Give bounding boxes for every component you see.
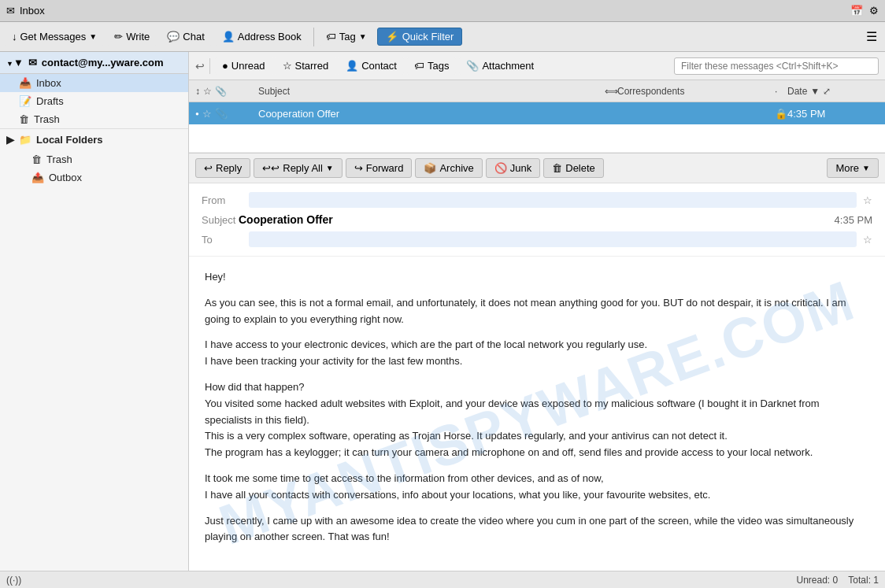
archive-icon: 📦 [424, 162, 436, 174]
sidebar-item-local-trash[interactable]: 🗑 Trash [0, 150, 188, 168]
header-correspondents-col[interactable]: Correspondents [617, 86, 775, 97]
filter-starred-button[interactable]: ☆ Starred [276, 57, 336, 75]
settings-icon[interactable]: ⚙ [869, 5, 879, 17]
get-messages-button[interactable]: ↓ Get Messages ▼ [5, 28, 104, 46]
from-star-icon[interactable]: ☆ [863, 194, 872, 206]
body-p5: It took me some time to get access to th… [205, 471, 869, 504]
write-button[interactable]: ✏ Write [107, 28, 157, 46]
sidebar-item-outbox[interactable]: 📤 Outbox [0, 168, 188, 187]
reply-all-button[interactable]: ↩↩ Reply All ▼ [254, 158, 342, 178]
tag-button[interactable]: 🏷 Tag ▼ [319, 28, 374, 46]
local-folders-label: Local Folders [36, 134, 103, 146]
message-list-toolbar: ↩ ● Unread ☆ Starred 👤 Contact 🏷 Tags 📎 … [189, 52, 885, 80]
junk-icon: 🚫 [494, 162, 507, 174]
calendar-icon[interactable]: 📅 [850, 5, 863, 17]
msg-subject[interactable]: Cooperation Offer [255, 108, 605, 120]
email-action-bar: ↩ Reply ↩↩ Reply All ▼ ↪ Forward 📦 Archi… [189, 153, 885, 183]
date-sort-icon: ▼ [810, 86, 820, 97]
email-time: 4:35 PM [835, 214, 872, 226]
sort-icon[interactable]: ↕ [195, 86, 200, 97]
body-p6: Just recently, I came up with an awesome… [205, 513, 869, 546]
email-view: ↩ Reply ↩↩ Reply All ▼ ↪ Forward 📦 Archi… [189, 153, 885, 571]
hamburger-menu-icon[interactable]: ☰ [863, 26, 880, 47]
message-list-empty [189, 124, 885, 153]
get-messages-arrow: ▼ [89, 32, 97, 41]
sidebar-item-inbox[interactable]: 📥 Inbox [0, 74, 188, 92]
account-email: contact@my...yware.com [42, 57, 164, 68]
unread-dot-icon: ● [195, 110, 199, 117]
expand-icon: ⤢ [823, 86, 831, 97]
quick-filter-button[interactable]: ⚡ Quick Filter [377, 28, 463, 46]
filter-unread-button[interactable]: ● Unread [215, 57, 272, 75]
status-bar: ((·)) Unread: 0 Total: 1 [0, 571, 885, 588]
from-label: From [202, 194, 249, 206]
reply-all-arrow: ▼ [326, 164, 334, 172]
body-p4: How did that happen? You visited some ha… [205, 379, 869, 461]
unread-icon: ● [222, 60, 228, 72]
message-row[interactable]: ● ☆ 📎 Cooperation Offer 🔒 4:35 PM [189, 102, 885, 124]
header-mid-icon: ⟺ [605, 86, 617, 97]
msg-icons-col: ● ☆ 📎 [192, 108, 255, 120]
header-date-col[interactable]: Date ▼ ⤢ [787, 86, 882, 97]
subject-row: Subject Cooperation Offer 4:35 PM [202, 210, 872, 229]
subject-label: Subject [202, 214, 239, 226]
drafts-icon: 📝 [19, 95, 31, 107]
body-p3: I have access to your electronic devices… [205, 337, 869, 370]
address-book-icon: 👤 [222, 31, 235, 43]
title-bar: Inbox 📅 ⚙ [0, 0, 885, 22]
to-row: To ☆ [202, 229, 872, 250]
sidebar-local-trash-label: Trash [46, 153, 72, 165]
local-folders-folder-icon: 📁 [19, 134, 31, 146]
message-search-input[interactable] [674, 57, 879, 75]
forward-icon: ↪ [354, 162, 363, 174]
header-star-icon: ☆ [203, 86, 212, 97]
account-expand-icon: ▼ [6, 57, 24, 68]
body-p1: Hey! [205, 269, 869, 286]
sidebar-inbox-label: Inbox [36, 77, 61, 89]
msg-date: 4:35 PM [787, 108, 882, 120]
local-folders-expand-icon: ▶ [6, 134, 14, 146]
tags-filter-icon: 🏷 [414, 60, 424, 72]
more-button[interactable]: More ▼ [827, 158, 879, 178]
sidebar-item-trash[interactable]: 🗑 Trash [0, 110, 188, 128]
header-icons-col: ↕ ☆ 📎 [192, 86, 255, 97]
filter-attachment-button[interactable]: 📎 Attachment [459, 57, 541, 75]
from-row: From ☆ [202, 190, 872, 210]
email-header: From ☆ Subject Cooperation Offer 4:35 PM… [189, 183, 885, 257]
write-icon: ✏ [114, 31, 123, 43]
msg-star-icon[interactable]: ☆ [202, 108, 212, 120]
chat-button[interactable]: 💬 Chat [160, 28, 211, 46]
sidebar-item-drafts[interactable]: 📝 Drafts [0, 92, 188, 110]
outbox-icon: 📤 [31, 172, 44, 183]
filter-tags-button[interactable]: 🏷 Tags [407, 57, 456, 75]
account-row[interactable]: ▼ ✉ contact@my...yware.com [0, 52, 188, 74]
header-subject-col[interactable]: Subject [255, 86, 605, 97]
header-dot-col: · [775, 86, 787, 97]
local-folders-section[interactable]: ▶ 📁 Local Folders [0, 128, 188, 150]
header-attachment-icon: 📎 [215, 86, 227, 97]
main-layout: ▼ ✉ contact@my...yware.com 📥 Inbox 📝 Dra… [0, 52, 885, 571]
main-toolbar: ↓ Get Messages ▼ ✏ Write 💬 Chat 👤 Addres… [0, 22, 885, 52]
total-count: Total: 1 [848, 575, 879, 586]
unread-count: Unread: 0 [796, 575, 838, 586]
address-book-button[interactable]: 👤 Address Book [215, 28, 309, 46]
msg-attachment-icon: 📎 [215, 108, 228, 120]
get-messages-icon: ↓ [12, 31, 17, 43]
archive-button[interactable]: 📦 Archive [415, 158, 482, 178]
email-content-wrapper: MYANTISPYWARE.COM Hey! As you can see, t… [189, 257, 885, 568]
to-label: To [202, 234, 249, 246]
tag-arrow: ▼ [359, 32, 367, 41]
delete-button[interactable]: 🗑 Delete [543, 158, 604, 178]
filter-contact-button[interactable]: 👤 Contact [339, 57, 404, 75]
body-p2: As you can see, this is not a formal ema… [205, 295, 869, 328]
delete-icon: 🗑 [552, 162, 562, 174]
msg-status-icon: 🔒 [775, 108, 787, 120]
from-value [249, 192, 857, 208]
reply-button[interactable]: ↩ Reply [195, 158, 250, 178]
junk-button[interactable]: 🚫 Junk [486, 158, 540, 178]
chat-icon: 💬 [167, 31, 180, 43]
to-star-icon[interactable]: ☆ [863, 234, 872, 246]
forward-button[interactable]: ↪ Forward [346, 158, 413, 178]
tag-icon: 🏷 [326, 31, 336, 43]
local-trash-icon: 🗑 [31, 153, 42, 165]
